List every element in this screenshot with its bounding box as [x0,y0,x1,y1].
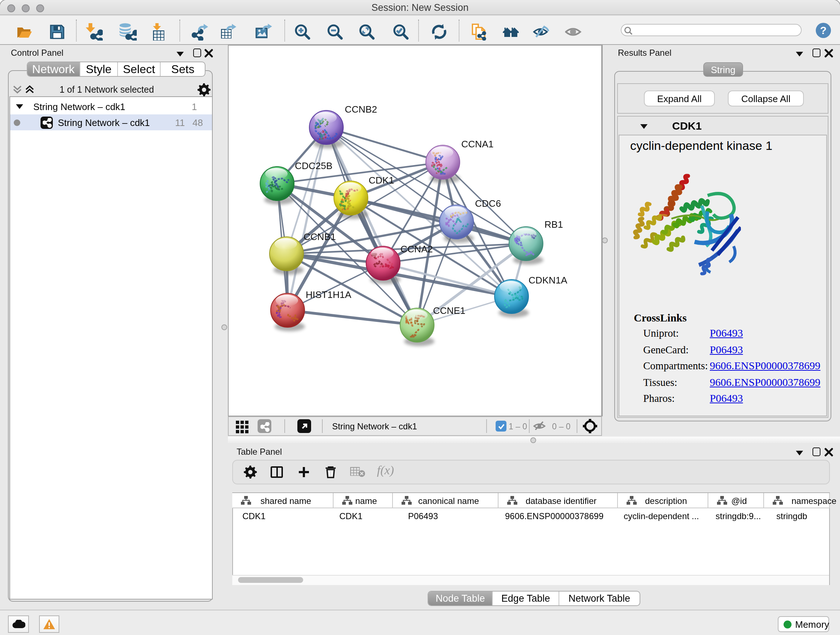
svg-text:CDK1: CDK1 [368,174,393,185]
svg-text:HIST1H1A: HIST1H1A [305,289,351,300]
svg-text:?: ? [820,24,826,36]
svg-text:CDKN1A: CDKN1A [528,274,567,285]
svg-text:CCNA2: CCNA2 [400,243,432,254]
svg-text:CCNB1: CCNB1 [303,231,335,242]
svg-text:CCNB2: CCNB2 [344,103,377,114]
svg-text:CCNA1: CCNA1 [461,138,493,149]
svg-text:RB1: RB1 [544,219,562,230]
svg-text:CDC6: CDC6 [475,198,501,209]
svg-text:CDC25B: CDC25B [294,160,332,171]
svg-text:CCNE1: CCNE1 [433,305,465,316]
